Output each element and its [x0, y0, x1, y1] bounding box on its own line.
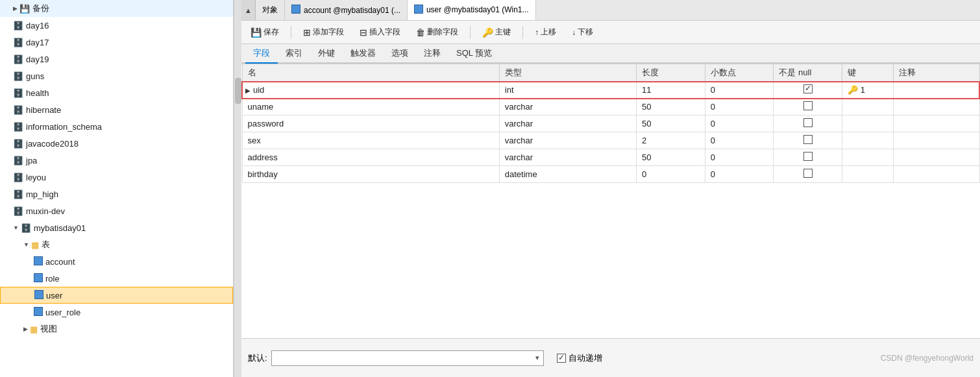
sidebar-scrollbar[interactable]	[234, 0, 241, 377]
sidebar-item-health[interactable]: 🗄️ health	[0, 84, 233, 101]
auto-increment-checkbox[interactable]	[557, 354, 566, 363]
move-down-button[interactable]: ↓ 下移	[567, 24, 598, 40]
row-length-cell[interactable]: 11	[637, 82, 705, 99]
notnull-checkbox[interactable]	[803, 169, 813, 178]
tab-object[interactable]: 对象	[256, 0, 285, 20]
tab-scroll-left[interactable]: ▲	[241, 0, 256, 20]
row-comment-cell[interactable]	[894, 166, 979, 183]
sidebar-item-views-folder[interactable]: ▶ ▦ 视图	[0, 321, 233, 337]
row-length-cell[interactable]: 50	[637, 99, 705, 116]
col-length-header: 长度	[637, 64, 705, 82]
sidebar-item-mp-high[interactable]: 🗄️ mp_high	[0, 186, 233, 202]
sidebar-item-jpa[interactable]: 🗄️ jpa	[0, 152, 233, 169]
row-comment-cell[interactable]	[894, 82, 979, 99]
row-comment-cell[interactable]	[894, 132, 979, 149]
notnull-checkbox[interactable]	[803, 152, 813, 161]
sidebar-item-account[interactable]: account	[0, 253, 233, 270]
sidebar-item-leyou[interactable]: 🗄️ leyou	[0, 169, 233, 186]
notnull-checkbox[interactable]	[803, 118, 813, 127]
scrollbar-thumb[interactable]	[235, 78, 241, 104]
row-notnull-cell[interactable]	[774, 82, 842, 99]
sidebar-item-role[interactable]: role	[0, 270, 233, 287]
sidebar-item-mybatisday01[interactable]: ▼ 🗄️ mybatisday01	[0, 219, 233, 236]
sidebar-item-day16[interactable]: 🗄️ day16	[0, 17, 233, 34]
sidebar-item-tables-folder[interactable]: ▼ ▦ 表	[0, 236, 233, 253]
save-button[interactable]: 💾 保存	[245, 24, 284, 40]
row-comment-cell[interactable]	[894, 149, 979, 166]
row-name-cell[interactable]: sex	[242, 132, 499, 149]
primary-key-button[interactable]: 🔑 主键	[477, 24, 516, 40]
row-length-cell[interactable]: 50	[637, 116, 705, 132]
table-row[interactable]: passwordvarchar500	[242, 116, 979, 132]
row-type-cell[interactable]: datetime	[499, 166, 636, 183]
backup-icon: 💾	[19, 4, 30, 14]
sidebar-item-label: health	[26, 88, 49, 98]
tab-foreign-keys[interactable]: 外键	[310, 44, 343, 64]
delete-field-button[interactable]: 🗑 删除字段	[411, 24, 463, 40]
table-row[interactable]: addressvarchar500	[242, 149, 979, 166]
row-type-cell[interactable]: varchar	[499, 132, 636, 149]
tab-sql-preview[interactable]: SQL 预览	[448, 44, 500, 64]
add-field-button[interactable]: ⊞ 添加字段	[298, 24, 349, 40]
notnull-checkbox[interactable]	[803, 101, 813, 110]
row-name-cell[interactable]: ▶uid	[242, 82, 499, 99]
row-type-cell[interactable]: varchar	[499, 116, 636, 132]
key-icon: 🔑	[482, 27, 493, 38]
sidebar-item-day19[interactable]: 🗄️ day19	[0, 51, 233, 67]
row-notnull-cell[interactable]	[774, 166, 842, 183]
row-name-cell[interactable]: birthday	[242, 166, 499, 183]
row-decimal-cell[interactable]: 0	[705, 99, 774, 116]
row-name-cell[interactable]: uname	[242, 99, 499, 116]
table-row[interactable]: sexvarchar20	[242, 132, 979, 149]
row-type-cell[interactable]: varchar	[499, 99, 636, 116]
row-notnull-cell[interactable]	[774, 116, 842, 132]
row-notnull-cell[interactable]	[774, 99, 842, 116]
sidebar-item-javacode2018[interactable]: 🗄️ javacode2018	[0, 135, 233, 152]
row-name-cell[interactable]: password	[242, 116, 499, 132]
row-comment-cell[interactable]	[894, 116, 979, 132]
tab-options[interactable]: 选项	[384, 44, 416, 64]
row-decimal-cell[interactable]: 0	[705, 116, 774, 132]
sidebar-item-label: account	[45, 257, 75, 267]
sidebar-item-user-role[interactable]: user_role	[0, 304, 233, 321]
sidebar-item-backup[interactable]: ▶ 💾 备份	[0, 0, 233, 17]
sidebar-item-day17[interactable]: 🗄️ day17	[0, 34, 233, 51]
tab-triggers[interactable]: 触发器	[343, 44, 384, 64]
row-decimal-cell[interactable]: 0	[705, 166, 774, 183]
sidebar-item-user[interactable]: user	[0, 287, 233, 304]
delete-field-icon: 🗑	[416, 27, 425, 38]
notnull-checkbox[interactable]	[803, 135, 813, 144]
row-length-cell[interactable]: 50	[637, 149, 705, 166]
row-length-cell[interactable]: 2	[637, 132, 705, 149]
row-decimal-cell[interactable]: 0	[705, 82, 774, 99]
row-name-cell[interactable]: address	[242, 149, 499, 166]
tab-indexes[interactable]: 索引	[278, 44, 310, 64]
move-up-button[interactable]: ↑ 上移	[530, 24, 561, 40]
row-notnull-cell[interactable]	[774, 132, 842, 149]
table-row[interactable]: birthdaydatetime00	[242, 166, 979, 183]
sidebar-item-label: day17	[26, 38, 49, 47]
sidebar-item-guns[interactable]: 🗄️ guns	[0, 67, 233, 84]
row-length-cell[interactable]: 0	[637, 166, 705, 183]
sidebar-item-hibernate[interactable]: 🗄️ hibernate	[0, 101, 233, 118]
table-row[interactable]: ▶uidint110🔑 1	[242, 82, 979, 99]
tab-account[interactable]: account @mybatisday01 (...	[285, 0, 408, 20]
sidebar-item-information-schema[interactable]: 🗄️ information_schema	[0, 118, 233, 135]
notnull-checkbox[interactable]	[803, 84, 813, 93]
insert-field-button[interactable]: ⊟ 插入字段	[354, 24, 406, 40]
row-notnull-cell[interactable]	[774, 149, 842, 166]
table-row[interactable]: unamevarchar500	[242, 99, 979, 116]
default-input[interactable]: ▾	[271, 350, 544, 366]
tab-user[interactable]: user @mybatisday01 (Win1...	[408, 0, 536, 20]
sidebar-item-label: muxin-dev	[26, 206, 65, 216]
toolbar: 💾 保存 ⊞ 添加字段 ⊟ 插入字段 🗑 删除字段 🔑 主键 ↑ 上移 ↓ 下移	[241, 21, 980, 44]
sidebar-item-muxin-dev[interactable]: 🗄️ muxin-dev	[0, 202, 233, 219]
row-decimal-cell[interactable]: 0	[705, 149, 774, 166]
row-decimal-cell[interactable]: 0	[705, 132, 774, 149]
row-type-cell[interactable]: int	[499, 82, 636, 99]
row-type-cell[interactable]: varchar	[499, 149, 636, 166]
key-icon: 🔑	[848, 85, 858, 95]
row-comment-cell[interactable]	[894, 99, 979, 116]
tab-fields[interactable]: 字段	[245, 44, 278, 64]
tab-comments[interactable]: 注释	[416, 44, 448, 64]
